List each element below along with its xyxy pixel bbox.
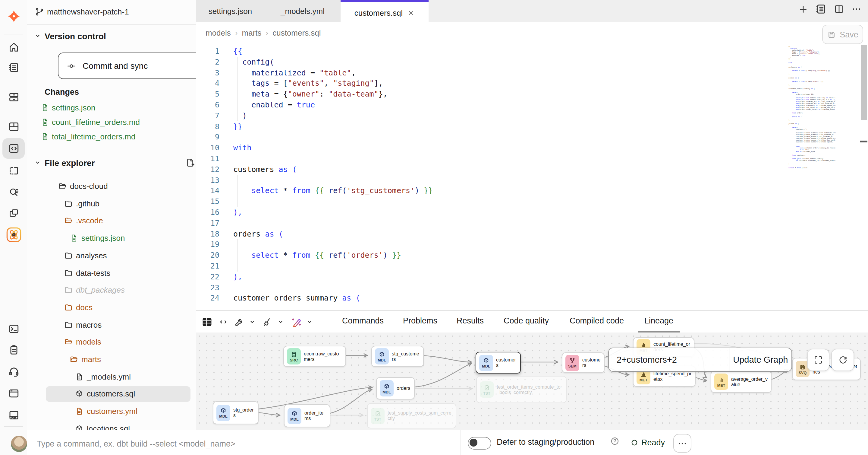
help-icon[interactable] xyxy=(610,436,620,446)
new-file-icon[interactable] xyxy=(185,158,195,168)
lineage-node-test_supply[interactable]: TSTtest_supply_costs_sum_correctly xyxy=(367,403,456,428)
new-tab-icon[interactable] xyxy=(798,4,808,14)
compile-code-icon[interactable] xyxy=(218,317,228,327)
build-wrench-icon[interactable] xyxy=(234,316,245,328)
copilot-magic-icon[interactable] xyxy=(290,316,302,328)
lineage-node-test_order_items[interactable]: TSTtest_order_items_compute_to_bools_cor… xyxy=(476,376,567,403)
save-button[interactable]: Save xyxy=(822,25,863,44)
command-input[interactable] xyxy=(36,435,400,452)
tree-item-label: settings.json xyxy=(82,233,125,243)
code-editor[interactable]: 1{{2 config(3 materialized = "table",4 t… xyxy=(196,46,786,304)
rail-item-headset[interactable] xyxy=(2,362,25,382)
format-broom-icon[interactable] xyxy=(262,316,273,328)
breadcrumb-segment[interactable]: models xyxy=(206,28,231,37)
minimap[interactable]: {{ config( materialized = "table", tags … xyxy=(788,46,835,174)
tree-item-models[interactable]: models xyxy=(27,335,196,350)
tree-item-label: docs xyxy=(76,303,93,312)
status-more-button[interactable] xyxy=(673,434,691,453)
tree-item--vscode[interactable]: .vscode xyxy=(27,213,196,229)
lineage-node-customers_sem[interactable]: SEMcustomers xyxy=(562,352,604,373)
chevron-down-icon[interactable] xyxy=(33,158,42,167)
tree-item-settings-json[interactable]: settings.json xyxy=(27,230,196,246)
editor-tab-settings-json[interactable]: settings.json xyxy=(196,0,265,22)
more-options-icon[interactable] xyxy=(851,4,862,15)
update-graph-button[interactable]: Update Graph xyxy=(730,355,792,365)
change-item[interactable]: total_lifetime_orders.md xyxy=(27,130,196,144)
rail-item-clipboard[interactable] xyxy=(2,340,25,360)
rail-item-window-dashed[interactable] xyxy=(2,161,25,181)
line-number: 5 xyxy=(196,89,229,99)
defer-toggle[interactable] xyxy=(468,437,491,450)
tree-item--github[interactable]: .github xyxy=(27,196,196,211)
line-number: 12 xyxy=(196,164,229,175)
lineage-node-order_items[interactable]: MDLorder_items xyxy=(284,404,330,427)
build-options-chevron-icon[interactable] xyxy=(248,317,257,326)
lineage-canvas[interactable]: SRCecom.raw_customersMDLstg_customersMDL… xyxy=(196,333,868,430)
cube-icon xyxy=(75,390,84,399)
editor-scrollbar[interactable] xyxy=(860,44,867,310)
tree-item-marts[interactable]: marts xyxy=(27,352,196,368)
version-control-title: Version control xyxy=(44,31,106,41)
rail-item-home[interactable] xyxy=(2,37,25,57)
lineage-node-orders[interactable]: MDLorders xyxy=(376,377,415,399)
close-tab-icon[interactable] xyxy=(407,9,415,17)
lineage-node-average_order_value[interactable]: METaverage_order_value xyxy=(711,371,772,393)
code-line: 17 xyxy=(196,218,786,229)
panel-tab-problems[interactable]: Problems xyxy=(403,316,437,325)
tree-item-macros[interactable]: macros xyxy=(27,317,196,333)
tree-item-docs[interactable]: docs xyxy=(27,300,196,316)
rail-item-dbt-logo[interactable] xyxy=(2,6,25,27)
lineage-refresh-button[interactable] xyxy=(831,349,854,371)
lineage-node-raw_customers[interactable]: SRCecom.raw_customers xyxy=(283,346,346,367)
notebook-icon[interactable] xyxy=(815,3,827,15)
rail-item-avatar[interactable] xyxy=(2,433,25,454)
editor-tab-customers-sql[interactable]: customers.sql xyxy=(341,0,429,24)
panel-tab-code-quality[interactable]: Code quality xyxy=(504,316,549,325)
code-line: 20 select * from {{ ref('orders') }} xyxy=(196,250,786,261)
panel-tab-lineage[interactable]: Lineage xyxy=(644,316,673,325)
panel-tab-commands[interactable]: Commands xyxy=(342,316,384,325)
lineage-node-customers[interactable]: MDLcustomers xyxy=(475,352,521,373)
change-item[interactable]: count_lifetime_orders.md xyxy=(27,115,196,130)
change-item[interactable]: settings.json xyxy=(27,101,196,115)
breadcrumb-segment[interactable]: marts xyxy=(242,28,261,37)
lineage-node-stg_customers[interactable]: MDLstg_customers xyxy=(371,346,424,367)
tree-item-customers-sql[interactable]: customers.sql xyxy=(27,387,196,402)
chevron-down-icon[interactable] xyxy=(33,31,42,40)
tree-item-data-tests[interactable]: data-tests xyxy=(27,265,196,281)
line-number: 11 xyxy=(196,153,229,164)
change-file-name: settings.json xyxy=(52,103,96,112)
file-icon xyxy=(40,103,50,112)
rail-item-code-editor[interactable] xyxy=(2,138,25,159)
tree-item-dbt-packages[interactable]: dbt_packages xyxy=(27,282,196,298)
ready-status-badge[interactable]: Ready xyxy=(626,435,671,450)
lineage-node-stg_orders[interactable]: MDLstg_orders xyxy=(213,401,258,424)
rail-item-windows[interactable] xyxy=(2,203,25,224)
tree-item--models-yml[interactable]: _models.yml xyxy=(27,369,196,385)
bottom-panel-header: CommandsProblemsResultsCode qualityCompi… xyxy=(196,310,868,334)
rail-item-drawer[interactable] xyxy=(2,87,25,107)
format-options-chevron-icon[interactable] xyxy=(276,317,285,326)
lineage-fullscreen-button[interactable] xyxy=(807,349,830,371)
rail-item-storefront[interactable] xyxy=(2,405,25,425)
branch-row[interactable]: matthewshaver-patch-1 xyxy=(27,0,196,25)
preview-table-icon[interactable] xyxy=(201,316,213,328)
rail-item-dashboard[interactable] xyxy=(2,116,25,137)
breadcrumb[interactable]: models›marts›customers.sql xyxy=(206,28,321,37)
tree-item-customers-yml[interactable]: customers.yml xyxy=(27,404,196,419)
breadcrumb-segment[interactable]: customers.sql xyxy=(273,28,321,37)
rail-item-atom[interactable] xyxy=(2,225,25,245)
rail-item-search-insights[interactable] xyxy=(2,182,25,202)
rail-item-terminal[interactable] xyxy=(2,319,25,339)
rail-item-notebook[interactable] xyxy=(2,57,25,78)
lineage-selector-input[interactable]: 2+customers+2 xyxy=(609,355,729,365)
editor-tab-_models-yml[interactable]: _models.yml xyxy=(265,0,341,22)
panel-tab-results[interactable]: Results xyxy=(457,316,484,325)
scrollbar-thumb[interactable] xyxy=(861,45,867,120)
rail-item-browser-window[interactable] xyxy=(2,383,25,404)
tree-item-analyses[interactable]: analyses xyxy=(27,248,196,264)
split-editor-icon[interactable] xyxy=(834,4,844,15)
copilot-options-chevron-icon[interactable] xyxy=(305,317,314,326)
tree-item-docs-cloud[interactable]: docs-cloud xyxy=(27,179,196,194)
panel-tab-compiled-code[interactable]: Compiled code xyxy=(569,316,624,325)
